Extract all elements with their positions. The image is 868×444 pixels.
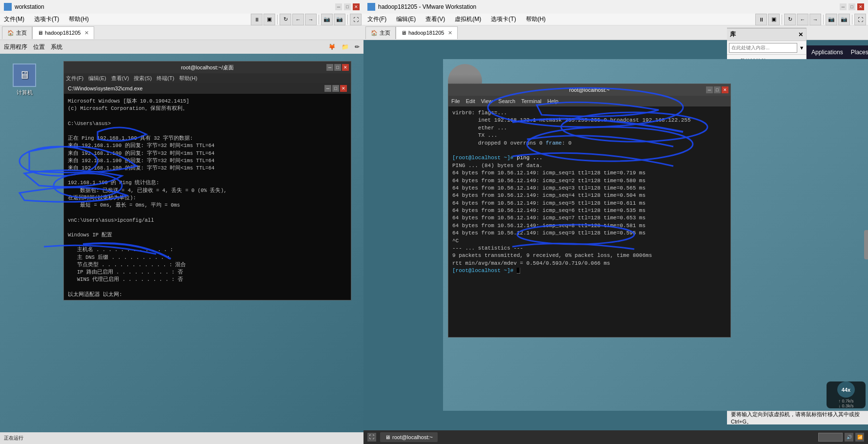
app-system[interactable]: 系统 xyxy=(51,43,62,51)
taskbar-scroll[interactable] xyxy=(818,433,843,442)
toolbar-fullscreen[interactable]: ⛶ xyxy=(350,14,362,25)
r-tab-home[interactable]: 🏠 主页 xyxy=(365,26,396,39)
right-minimize[interactable]: ─ xyxy=(840,3,847,10)
toolbar-snap[interactable]: 📷 xyxy=(321,14,333,25)
r-menu-view[interactable]: 查看(V) xyxy=(424,14,447,24)
cmd-line: 在返回时间(以毫秒为单位): xyxy=(68,194,347,202)
im-help[interactable]: 帮助(H) xyxy=(179,75,197,82)
minimize-button[interactable]: ─ xyxy=(335,3,342,10)
rim-search[interactable]: Search xyxy=(498,98,515,104)
taskbar-right-icons: 🔊 📶 xyxy=(818,433,864,442)
r-toolbar-snap[interactable]: 📷 xyxy=(826,14,837,25)
library-close-btn[interactable]: ✕ xyxy=(798,31,803,38)
inner-win-btns: ─ □ ✕ xyxy=(326,64,349,71)
r-toolbar-fullscreen[interactable]: ⛶ xyxy=(854,14,866,25)
toolbar-snap2[interactable]: 📷 xyxy=(334,14,345,25)
inner-close[interactable]: ✕ xyxy=(342,64,349,71)
r-menu-tab[interactable]: 选项卡(T) xyxy=(489,14,518,24)
cmd-minimize[interactable]: ─ xyxy=(324,85,331,92)
r-tab-close[interactable]: ✕ xyxy=(448,30,452,36)
r-menu-help[interactable]: 帮助(H) xyxy=(524,14,548,24)
r-toolbar-pause[interactable]: ⏸ xyxy=(755,14,767,25)
side-handle[interactable] xyxy=(864,230,868,259)
app-places[interactable]: 位置 xyxy=(33,43,45,51)
r-toolbar-snap2[interactable]: 📷 xyxy=(838,14,850,25)
r-menu-vm[interactable]: 虚拟机(M) xyxy=(453,14,483,24)
toolbar-back[interactable]: ← xyxy=(292,14,304,25)
t-line: 64 bytes from 10.56.12.149: icmp_seq=6 t… xyxy=(452,207,727,214)
toolbar-fwd[interactable]: → xyxy=(305,14,317,25)
r-menu-file[interactable]: 文件(F) xyxy=(365,14,388,24)
arrow-up-icon: ↑ xyxy=(838,399,841,403)
menu-tab[interactable]: 选项卡(T) xyxy=(32,14,61,24)
right-close[interactable]: ✕ xyxy=(857,3,864,10)
rt-close[interactable]: ✕ xyxy=(722,86,728,93)
t-line: inet 192.168.122.1 netmask 255.255.255.0… xyxy=(452,117,727,124)
left-vmware-window: workstation ─ □ ✕ 文件(M) 选项卡(T) 帮助(H) ⏸ ▣… xyxy=(0,0,363,444)
rt-maximize[interactable]: □ xyxy=(714,86,721,93)
cmd-close[interactable]: ✕ xyxy=(340,85,347,92)
tab-vm-left[interactable]: 🖥 hadoop181205 ✕ xyxy=(32,26,94,39)
left-status-bar: 正在运行 xyxy=(0,432,363,444)
app-applications[interactable]: 应用程序 xyxy=(4,43,27,51)
im-edit[interactable]: 编辑(E) xyxy=(88,75,106,82)
menu-file[interactable]: 文件(M) xyxy=(2,14,26,24)
r-toolbar-back[interactable]: ← xyxy=(797,14,808,25)
cmd-line xyxy=(68,239,347,246)
r-toolbar-refresh[interactable]: ↻ xyxy=(784,14,796,25)
t-line: 64 bytes from 10.56.12.149: icmp_seq=8 t… xyxy=(452,222,727,230)
tab-close-left[interactable]: ✕ xyxy=(84,30,89,36)
right-maximize[interactable]: □ xyxy=(848,3,855,10)
inner-maximize[interactable]: □ xyxy=(334,64,341,71)
r-toolbar-btn1[interactable]: ▣ xyxy=(768,14,780,25)
rim-view[interactable]: View xyxy=(481,98,493,104)
r-tab-vm[interactable]: 🖥 hadoop181205 ✕ xyxy=(396,26,458,39)
cmd-maximize[interactable]: □ xyxy=(332,85,339,92)
speed-circle: 44x xyxy=(837,381,855,398)
right-app-icon xyxy=(367,3,375,11)
cmd-line xyxy=(68,127,347,135)
maximize-button[interactable]: □ xyxy=(344,3,351,10)
toolbar-refresh[interactable]: ↻ xyxy=(280,14,291,25)
inner-menu-left: 文件(F) 编辑(E) 查看(V) 搜索(S) 终端(T) 帮助(H) xyxy=(64,73,351,83)
taskbar-sys-icon2[interactable]: 📶 xyxy=(855,433,864,442)
r-tab-home-label: 主页 xyxy=(380,29,390,37)
im-file[interactable]: 文件(F) xyxy=(66,75,83,82)
r-menu-edit[interactable]: 编辑(E) xyxy=(394,14,418,24)
rim-help[interactable]: Help xyxy=(547,98,559,104)
library-search-input[interactable] xyxy=(729,43,797,53)
desktop-computer-icon[interactable]: 🖥 计算机 xyxy=(10,63,39,96)
app-browser-icon: 🦊 xyxy=(328,43,336,50)
rim-edit[interactable]: Edit xyxy=(466,98,475,104)
cmd-line: Windows IP 配置 xyxy=(68,232,347,239)
left-desktop: 🖥 计算机 root@localhost:~/桌面 ─ □ ✕ 文件(F) 编辑… xyxy=(0,54,363,444)
toolbar-btn1[interactable]: ▣ xyxy=(263,14,275,25)
taskbar-item-terminal[interactable]: 🖥 root@localhost:~ xyxy=(380,432,438,442)
inner-terminal-right: root@localhost:~ ─ □ ✕ File Edit View Se… xyxy=(448,84,731,338)
library-title-bar: 库 ✕ xyxy=(727,28,806,41)
taskbar-sys-icon1[interactable]: 🔊 xyxy=(845,433,853,442)
inner-minimize[interactable]: ─ xyxy=(326,64,333,71)
library-search-dropdown[interactable]: ▾ xyxy=(799,43,804,53)
close-button[interactable]: ✕ xyxy=(353,3,360,10)
gnome-places[interactable]: Places xyxy=(851,49,868,56)
r-toolbar-fwd[interactable]: → xyxy=(809,14,821,25)
im-view[interactable]: 查看(V) xyxy=(111,75,129,82)
library-search-bar[interactable]: ▾ xyxy=(727,41,806,55)
left-tabs-bar: 🏠 主页 🖥 hadoop181205 ✕ xyxy=(0,25,363,40)
rim-terminal[interactable]: Terminal xyxy=(521,98,542,104)
cmd-content: Microsoft Windows [版本 10.0.19042.1415] (… xyxy=(64,94,351,300)
taskbar-icon1[interactable]: ⛶ xyxy=(367,433,376,442)
rt-minimize[interactable]: ─ xyxy=(706,86,713,93)
r-sep2 xyxy=(823,15,824,24)
r-tab-vm-label: hadoop181205 xyxy=(408,30,444,36)
taskbar-left-icons: ⛶ xyxy=(367,433,376,442)
im-terminal[interactable]: 终端(T) xyxy=(157,75,174,82)
im-search[interactable]: 搜索(S) xyxy=(134,75,152,82)
menu-help[interactable]: 帮助(H) xyxy=(67,14,91,24)
rim-file[interactable]: File xyxy=(451,98,460,104)
tab-home-left[interactable]: 🏠 主页 xyxy=(2,26,32,39)
gnome-applications[interactable]: Applications xyxy=(811,49,843,56)
toolbar-pause[interactable]: ⏸ xyxy=(251,14,262,25)
t-line: 64 bytes from 10.56.12.149: icmp_seq=3 t… xyxy=(452,185,727,192)
